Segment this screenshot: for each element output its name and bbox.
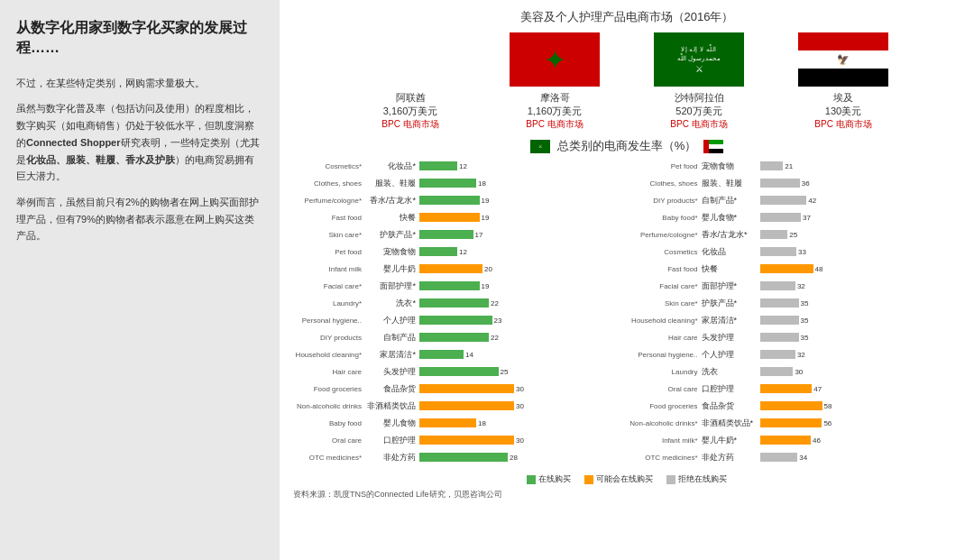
right-row-zh-label: 化妆品 [702,246,760,258]
top-title: 美容及个人护理产品电商市场（2016年） [293,9,960,25]
right-chart-row: Oral care口腔护理47 [629,381,961,397]
right-chart-table: Pet food宠物食物21Clothes, shoes服装、鞋履36DIY p… [629,158,961,465]
left-chart-row: Infant milk婴儿牛奶20 [293,261,625,277]
legend: 在线购买 可能会在线购买 拒绝在线购买 [293,473,960,485]
bar-container: 22 [419,332,625,343]
bar-value: 12 [459,248,467,256]
legend-maybe: 可能会在线购买 [584,473,653,485]
right-bar-container: 30 [760,366,832,377]
left-chart-row: Household cleaning*家居清洁*14 [293,346,625,363]
left-title: 从数字化用家到数字化买家的发展过程…… [16,18,263,59]
right-bar-value: 46 [813,436,821,445]
row-zh-label: 化妆品* [365,161,419,172]
bar-container: 30 [419,435,625,445]
left-chart-row: Skin care*护肤产品*17 [293,226,625,243]
bar-value: 17 [475,231,483,239]
left-chart-row: Clothes, shoes服装、鞋履18 [293,175,625,191]
legend-gray-box [666,475,675,484]
right-bar [760,213,802,222]
bar-container: 12 [419,161,625,171]
right-bar-value: 36 [802,179,810,188]
right-bar-value: 30 [795,368,803,376]
flag-item-saudi: اللّٰه لا إله إلا محمد رسول اللّٰه ⚔ 沙特阿… [640,32,758,131]
right-chart-row: Cosmetics化妆品33 [629,243,961,260]
right-bar-container: 47 [760,383,832,394]
bar [419,281,480,290]
right-bar [760,230,788,239]
left-para-1: 不过，在某些特定类别，网购需求量极大。 [16,75,263,92]
right-chart-row: Skin care*护肤产品*35 [629,295,961,311]
right-row-en-label: Skin care* [629,299,702,308]
row-en-label: Hair care [293,368,365,376]
bottom-section: Cosmetics*化妆品*12Clothes, shoes服装、鞋履18Per… [293,158,960,466]
right-row-zh-label: 快餐 [702,263,760,275]
left-chart-row: Perfume/cologne*香水/古龙水*19 [293,192,625,208]
row-en-label: Personal hygiene.. [293,317,365,325]
right-bar-container: 46 [760,435,832,445]
right-bar-container: 35 [760,332,832,343]
row-en-label: OTC medicines* [293,454,365,462]
right-bar-container: 58 [760,400,832,411]
left-chart-row: Facial care*面部护理*19 [293,278,625,294]
right-row-zh-label: 宠物食物 [702,161,760,172]
bar-container: 25 [419,366,625,377]
bar-value: 18 [478,179,486,188]
right-row-zh-label: 非酒精类饮品* [702,418,760,429]
bar [419,247,457,256]
left-chart-row: Oral care口腔护理30 [293,432,625,448]
bar [419,264,482,273]
right-bar-container: 36 [760,178,832,188]
bar-value: 25 [501,368,509,376]
left-chart-row: Pet food宠物食物12 [293,243,625,260]
right-chart-row: OTC medicines*非处方药34 [629,449,961,465]
right-bar [760,350,795,359]
right-row-en-label: Food groceries [629,402,702,410]
right-row-zh-label: 服装、鞋履 [702,178,760,189]
right-row-zh-label: 头发护理 [702,332,760,344]
left-chart: Cosmetics*化妆品*12Clothes, shoes服装、鞋履18Per… [293,158,625,466]
right-chart-row: Non-alcoholic drinks*非酒精类饮品*56 [629,415,961,431]
bar-container: 30 [419,400,625,411]
bar-container: 28 [419,452,625,463]
legend-maybe-label: 可能会在线购买 [596,473,653,485]
right-chart-row: Household cleaning*家居清洁*35 [629,312,961,328]
bar [419,367,499,376]
bar [419,213,480,222]
row-zh-label: 自制产品 [365,332,419,344]
right-bar-value: 25 [789,231,797,239]
left-chart-table: Cosmetics*化妆品*12Clothes, shoes服装、鞋履18Per… [293,158,625,465]
bar-container: 30 [419,383,625,394]
bar-container: 12 [419,246,625,257]
bar-value: 23 [494,317,502,325]
right-row-en-label: Hair care [629,334,702,342]
left-chart-row: Hair care头发护理25 [293,363,625,380]
right-bar-container: 35 [760,315,832,326]
left-chart-row: OTC medicines*非处方药28 [293,449,625,465]
row-zh-label: 非处方药 [365,452,419,464]
bar-container: 17 [419,229,625,240]
bar [419,230,473,239]
row-zh-label: 宠物食物 [365,246,419,258]
bar [419,436,514,445]
right-bar [760,333,799,342]
row-en-label: Perfume/cologne* [293,197,365,205]
right-chart-row: Personal hygiene..个人护理32 [629,346,961,363]
bar-value: 30 [516,436,524,445]
row-en-label: DIY products [293,334,365,342]
bar-value: 19 [482,214,490,222]
right-chart-row: Facial care*面部护理*32 [629,278,961,294]
right-bar-value: 42 [808,197,816,205]
legend-online: 在线购买 [527,473,571,485]
bar-value: 22 [491,334,499,342]
left-para-3: 举例而言，虽然目前只有2%的购物者在网上购买面部护理产品，但有79%的购物者都表… [16,194,263,244]
right-bar [760,196,807,205]
bar-value: 30 [516,402,524,410]
right-bar-container: 48 [760,263,832,274]
row-zh-label: 头发护理 [365,366,419,378]
bar-value: 18 [478,419,486,427]
right-bar-container: 21 [760,161,832,171]
morocco-value: 1,160万美元 [496,105,613,118]
right-chart-row: Hair care头发护理35 [629,329,961,345]
right-row-zh-label: 面部护理* [702,280,760,292]
right-bar-container: 32 [760,280,832,291]
